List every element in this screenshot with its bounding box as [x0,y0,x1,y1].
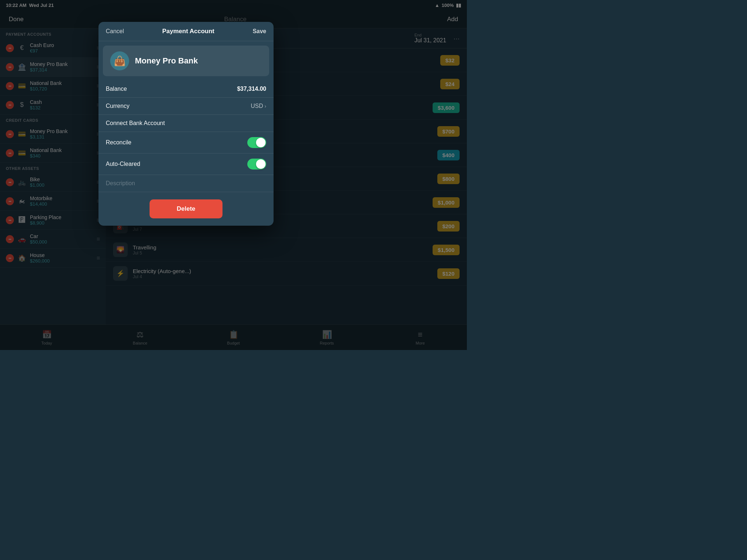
currency-label-field: Currency [106,103,129,109]
auto-cleared-toggle-knob [256,159,266,169]
description-placeholder: Description [106,180,135,186]
payment-account-modal: Cancel Payment Account Save 👜 Money Pro … [98,22,274,226]
balance-label-field: Balance [106,86,127,92]
modal-currency-row[interactable]: Currency USD › [98,98,274,115]
modal-account-name-row[interactable]: 👜 Money Pro Bank [103,46,269,76]
balance-value-field: $37,314.00 [237,86,266,92]
modal-connect-bank-row[interactable]: Connect Bank Account [98,115,274,132]
modal-header: Cancel Payment Account Save [98,22,274,41]
reconcile-toggle[interactable] [247,137,266,148]
connect-bank-label: Connect Bank Account [106,120,165,126]
modal-save-button[interactable]: Save [253,28,266,35]
modal-cancel-button[interactable]: Cancel [106,28,124,35]
modal-balance-row[interactable]: Balance $37,314.00 [98,81,274,98]
modal-title: Payment Account [162,28,214,35]
delete-account-button[interactable]: Delete [150,199,222,218]
auto-cleared-label: Auto-Cleared [106,161,140,167]
modal-auto-cleared-row[interactable]: Auto-Cleared [98,153,274,175]
auto-cleared-toggle[interactable] [247,159,266,170]
reconcile-label: Reconcile [106,139,131,146]
currency-chevron-icon: › [264,103,266,109]
currency-value-field: USD › [251,103,266,109]
reconcile-toggle-knob [256,138,266,147]
wallet-icon: 👜 [110,51,129,70]
modal-reconcile-row[interactable]: Reconcile [98,132,274,153]
modal-description-row[interactable]: Description [98,175,274,192]
modal-account-name: Money Pro Bank [135,56,198,66]
